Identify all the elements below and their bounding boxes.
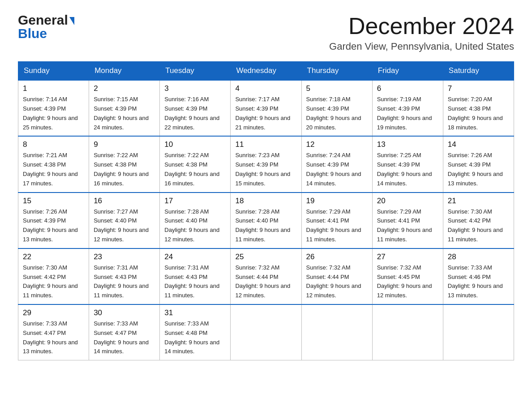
- day-number: 1: [23, 84, 84, 93]
- calendar-cell: 28 Sunrise: 7:33 AMSunset: 4:46 PMDaylig…: [443, 248, 514, 304]
- calendar-cell: 16 Sunrise: 7:27 AMSunset: 4:40 PMDaylig…: [89, 193, 160, 248]
- day-number: 19: [306, 197, 368, 206]
- days-of-week-row: SundayMondayTuesdayWednesdayThursdayFrid…: [18, 62, 514, 81]
- day-number: 14: [448, 140, 509, 149]
- day-number: 10: [164, 140, 226, 149]
- calendar-cell: 21 Sunrise: 7:30 AMSunset: 4:42 PMDaylig…: [443, 193, 514, 248]
- day-number: 26: [306, 253, 368, 261]
- calendar-cell: 11 Sunrise: 7:23 AMSunset: 4:39 PMDaylig…: [231, 136, 301, 192]
- day-info: Sunrise: 7:25 AMSunset: 4:39 PMDaylight:…: [377, 152, 432, 186]
- day-number: 29: [23, 308, 84, 317]
- day-info: Sunrise: 7:18 AMSunset: 4:39 PMDaylight:…: [306, 96, 361, 130]
- day-of-week-header: Tuesday: [160, 62, 231, 81]
- day-number: 28: [448, 253, 509, 261]
- day-info: Sunrise: 7:16 AMSunset: 4:39 PMDaylight:…: [164, 96, 219, 130]
- calendar-cell: 4 Sunrise: 7:17 AMSunset: 4:39 PMDayligh…: [231, 80, 301, 136]
- day-info: Sunrise: 7:31 AMSunset: 4:43 PMDaylight:…: [94, 264, 149, 299]
- day-number: 3: [164, 84, 226, 93]
- day-info: Sunrise: 7:32 AMSunset: 4:44 PMDaylight:…: [306, 264, 361, 299]
- day-info: Sunrise: 7:27 AMSunset: 4:40 PMDaylight:…: [94, 208, 149, 243]
- day-number: 20: [377, 197, 438, 206]
- calendar-cell: 24 Sunrise: 7:31 AMSunset: 4:43 PMDaylig…: [160, 248, 231, 304]
- calendar-table: SundayMondayTuesdayWednesdayThursdayFrid…: [18, 61, 514, 360]
- calendar-cell: 19 Sunrise: 7:29 AMSunset: 4:41 PMDaylig…: [301, 193, 372, 248]
- day-info: Sunrise: 7:19 AMSunset: 4:39 PMDaylight:…: [377, 96, 432, 130]
- day-info: Sunrise: 7:33 AMSunset: 4:46 PMDaylight:…: [448, 264, 503, 299]
- calendar-cell: 31 Sunrise: 7:33 AMSunset: 4:48 PMDaylig…: [160, 304, 231, 360]
- calendar-week-row: 1 Sunrise: 7:14 AMSunset: 4:39 PMDayligh…: [18, 80, 514, 136]
- day-number: 23: [94, 253, 155, 261]
- day-number: 8: [23, 140, 84, 149]
- calendar-cell: 12 Sunrise: 7:24 AMSunset: 4:39 PMDaylig…: [301, 136, 372, 192]
- day-number: 27: [377, 253, 438, 261]
- day-info: Sunrise: 7:28 AMSunset: 4:40 PMDaylight:…: [235, 208, 290, 243]
- calendar-cell: 20 Sunrise: 7:29 AMSunset: 4:41 PMDaylig…: [372, 193, 443, 248]
- calendar-cell: 13 Sunrise: 7:25 AMSunset: 4:39 PMDaylig…: [372, 136, 443, 192]
- calendar-cell: 26 Sunrise: 7:32 AMSunset: 4:44 PMDaylig…: [301, 248, 372, 304]
- day-of-week-header: Saturday: [443, 62, 514, 81]
- day-number: 13: [377, 140, 438, 149]
- day-of-week-header: Wednesday: [231, 62, 301, 81]
- month-title: December 2024: [329, 13, 514, 39]
- calendar-cell: 22 Sunrise: 7:30 AMSunset: 4:42 PMDaylig…: [18, 248, 89, 304]
- day-of-week-header: Friday: [372, 62, 443, 81]
- day-number: 15: [23, 197, 84, 206]
- day-number: 11: [235, 140, 296, 149]
- day-info: Sunrise: 7:17 AMSunset: 4:39 PMDaylight:…: [235, 96, 290, 130]
- calendar-cell: 10 Sunrise: 7:22 AMSunset: 4:38 PMDaylig…: [160, 136, 231, 192]
- day-info: Sunrise: 7:29 AMSunset: 4:41 PMDaylight:…: [306, 208, 361, 243]
- calendar-week-row: 15 Sunrise: 7:26 AMSunset: 4:39 PMDaylig…: [18, 193, 514, 248]
- day-info: Sunrise: 7:32 AMSunset: 4:45 PMDaylight:…: [377, 264, 432, 299]
- day-info: Sunrise: 7:26 AMSunset: 4:39 PMDaylight:…: [23, 208, 78, 243]
- day-info: Sunrise: 7:22 AMSunset: 4:38 PMDaylight:…: [94, 152, 149, 186]
- title-area: December 2024 Garden View, Pennsylvania,…: [329, 13, 514, 52]
- day-number: 2: [94, 84, 155, 93]
- calendar-cell: 17 Sunrise: 7:28 AMSunset: 4:40 PMDaylig…: [160, 193, 231, 248]
- day-info: Sunrise: 7:33 AMSunset: 4:48 PMDaylight:…: [164, 320, 219, 355]
- day-info: Sunrise: 7:28 AMSunset: 4:40 PMDaylight:…: [164, 208, 219, 243]
- calendar-cell: 2 Sunrise: 7:15 AMSunset: 4:39 PMDayligh…: [89, 80, 160, 136]
- day-info: Sunrise: 7:33 AMSunset: 4:47 PMDaylight:…: [23, 320, 78, 355]
- calendar-cell: 29 Sunrise: 7:33 AMSunset: 4:47 PMDaylig…: [18, 304, 89, 360]
- day-of-week-header: Sunday: [18, 62, 89, 81]
- calendar-cell: [231, 304, 301, 360]
- day-info: Sunrise: 7:29 AMSunset: 4:41 PMDaylight:…: [377, 208, 432, 243]
- logo: General Blue: [18, 13, 74, 40]
- calendar-cell: 9 Sunrise: 7:22 AMSunset: 4:38 PMDayligh…: [89, 136, 160, 192]
- day-info: Sunrise: 7:30 AMSunset: 4:42 PMDaylight:…: [448, 208, 503, 243]
- calendar-cell: 27 Sunrise: 7:32 AMSunset: 4:45 PMDaylig…: [372, 248, 443, 304]
- day-number: 24: [164, 253, 226, 261]
- day-number: 7: [448, 84, 509, 93]
- day-info: Sunrise: 7:20 AMSunset: 4:38 PMDaylight:…: [448, 96, 503, 130]
- day-number: 12: [306, 140, 368, 149]
- calendar-cell: 8 Sunrise: 7:21 AMSunset: 4:38 PMDayligh…: [18, 136, 89, 192]
- calendar-cell: 5 Sunrise: 7:18 AMSunset: 4:39 PMDayligh…: [301, 80, 372, 136]
- calendar-cell: [443, 304, 514, 360]
- page-header: General Blue December 2024 Garden View, …: [18, 13, 514, 52]
- calendar-cell: 30 Sunrise: 7:33 AMSunset: 4:47 PMDaylig…: [89, 304, 160, 360]
- calendar-cell: 14 Sunrise: 7:26 AMSunset: 4:39 PMDaylig…: [443, 136, 514, 192]
- logo-blue-text: Blue: [18, 27, 47, 40]
- calendar-cell: 18 Sunrise: 7:28 AMSunset: 4:40 PMDaylig…: [231, 193, 301, 248]
- day-info: Sunrise: 7:30 AMSunset: 4:42 PMDaylight:…: [23, 264, 78, 299]
- day-of-week-header: Thursday: [301, 62, 372, 81]
- logo-arrow-icon: [69, 17, 74, 25]
- day-number: 4: [235, 84, 296, 93]
- day-number: 21: [448, 197, 509, 206]
- day-info: Sunrise: 7:24 AMSunset: 4:39 PMDaylight:…: [306, 152, 361, 186]
- day-info: Sunrise: 7:33 AMSunset: 4:47 PMDaylight:…: [94, 320, 149, 355]
- calendar-cell: 7 Sunrise: 7:20 AMSunset: 4:38 PMDayligh…: [443, 80, 514, 136]
- calendar-cell: 1 Sunrise: 7:14 AMSunset: 4:39 PMDayligh…: [18, 80, 89, 136]
- calendar-week-row: 8 Sunrise: 7:21 AMSunset: 4:38 PMDayligh…: [18, 136, 514, 192]
- day-number: 18: [235, 197, 296, 206]
- calendar-week-row: 29 Sunrise: 7:33 AMSunset: 4:47 PMDaylig…: [18, 304, 514, 360]
- day-number: 25: [235, 253, 296, 261]
- calendar-cell: [301, 304, 372, 360]
- day-number: 22: [23, 253, 84, 261]
- day-info: Sunrise: 7:14 AMSunset: 4:39 PMDaylight:…: [23, 96, 78, 130]
- location-title: Garden View, Pennsylvania, United States: [329, 41, 514, 52]
- day-number: 9: [94, 140, 155, 149]
- day-number: 31: [164, 308, 226, 317]
- calendar-cell: 6 Sunrise: 7:19 AMSunset: 4:39 PMDayligh…: [372, 80, 443, 136]
- day-info: Sunrise: 7:23 AMSunset: 4:39 PMDaylight:…: [235, 152, 290, 186]
